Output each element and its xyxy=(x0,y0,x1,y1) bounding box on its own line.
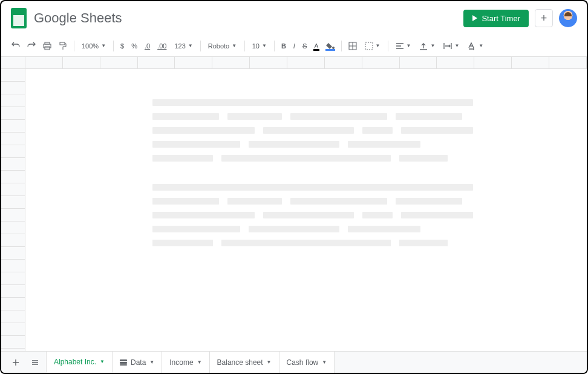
font-select[interactable]: Roboto▼ xyxy=(204,40,241,52)
text-color-button[interactable]: A xyxy=(311,40,321,52)
row-header[interactable] xyxy=(1,145,25,158)
text-wrap-select[interactable]: ▼ xyxy=(440,39,463,53)
caret-down-icon: ▼ xyxy=(376,43,381,48)
row-header[interactable] xyxy=(1,247,25,260)
row-header[interactable] xyxy=(1,94,25,107)
column-header[interactable] xyxy=(175,57,212,68)
column-headers xyxy=(1,57,587,69)
merge-cells-select[interactable]: ▼ xyxy=(361,39,384,53)
decrease-decimals-button[interactable]: .0 xyxy=(142,40,153,52)
paint-icon xyxy=(59,42,67,50)
sheet-tab-label: Alphabet Inc. xyxy=(54,358,96,366)
redo-button[interactable] xyxy=(24,39,39,53)
row-header[interactable] xyxy=(1,82,25,94)
sheet-tab[interactable]: Income▼ xyxy=(162,352,209,373)
row-header[interactable] xyxy=(1,196,25,209)
row-header[interactable] xyxy=(1,183,25,196)
sheet-tab[interactable]: Alphabet Inc.▼ xyxy=(46,352,113,373)
column-header[interactable] xyxy=(63,57,100,68)
row-header[interactable] xyxy=(1,323,25,336)
column-header[interactable] xyxy=(325,57,362,68)
row-header[interactable] xyxy=(1,133,25,145)
row-header[interactable] xyxy=(1,221,25,234)
caret-down-icon: ▼ xyxy=(430,43,435,48)
row-header[interactable] xyxy=(1,107,25,120)
column-header[interactable] xyxy=(437,57,474,68)
sheet-tab-label: Data xyxy=(131,358,146,367)
sheets-logo-icon xyxy=(11,8,27,28)
row-header[interactable] xyxy=(1,234,25,247)
toolbar-separator xyxy=(244,41,245,51)
add-sheet-button[interactable] xyxy=(7,354,24,371)
row-header[interactable] xyxy=(1,260,25,272)
caret-down-icon: ▼ xyxy=(454,43,459,48)
paint-format-button[interactable] xyxy=(56,39,70,53)
column-header[interactable] xyxy=(25,57,63,68)
app-header: Google Sheets Start Timer + xyxy=(1,1,587,35)
sheet-tab-label: Balance sheet xyxy=(217,358,263,367)
caret-down-icon: ▼ xyxy=(100,359,105,364)
row-header[interactable] xyxy=(1,310,25,323)
column-header[interactable] xyxy=(362,57,400,68)
column-header[interactable] xyxy=(474,57,512,68)
percent-button[interactable]: % xyxy=(128,40,140,52)
start-timer-button[interactable]: Start Timer xyxy=(463,10,529,27)
column-header[interactable] xyxy=(138,57,175,68)
sheet-tab[interactable]: Cash flow▼ xyxy=(279,352,335,373)
toolbar-separator xyxy=(341,41,342,51)
user-avatar[interactable] xyxy=(559,9,577,27)
row-header[interactable] xyxy=(1,120,25,133)
sheet-tab[interactable]: Balance sheet▼ xyxy=(210,352,279,373)
row-headers xyxy=(1,69,25,358)
borders-button[interactable] xyxy=(345,39,360,53)
row-header[interactable] xyxy=(1,336,25,349)
sheet-tab[interactable]: Data▼ xyxy=(113,352,162,373)
sheet-tabs-bar: Alphabet Inc.▼Data▼Income▼Balance sheet▼… xyxy=(1,351,587,373)
bold-button[interactable]: B xyxy=(278,40,289,52)
row-header[interactable] xyxy=(1,272,25,285)
toolbar-separator xyxy=(388,41,388,51)
toolbar-separator xyxy=(200,41,201,51)
row-header[interactable] xyxy=(1,171,25,183)
more-formats-select[interactable]: 123▼ xyxy=(171,40,196,52)
horizontal-align-select[interactable]: ▼ xyxy=(392,39,415,53)
menu-icon xyxy=(31,358,39,367)
column-header[interactable] xyxy=(212,57,250,68)
header-actions: Start Timer + xyxy=(463,9,577,27)
caret-down-icon: ▼ xyxy=(267,359,272,365)
fill-color-button[interactable] xyxy=(323,40,338,52)
text-rotation-select[interactable]: ▼ xyxy=(464,39,487,53)
column-header[interactable] xyxy=(512,57,549,68)
row-header[interactable] xyxy=(1,298,25,310)
strikethrough-button[interactable]: S xyxy=(299,40,310,52)
start-timer-label: Start Timer xyxy=(482,14,520,23)
all-sheets-button[interactable] xyxy=(27,354,44,371)
caret-down-icon: ▼ xyxy=(232,43,237,48)
column-header[interactable] xyxy=(549,57,587,68)
logo-area: Google Sheets xyxy=(11,8,122,28)
increase-decimals-button[interactable]: .00 xyxy=(154,40,169,52)
play-icon xyxy=(472,15,478,21)
zoom-select[interactable]: 100%▼ xyxy=(78,40,109,52)
column-header[interactable] xyxy=(287,57,325,68)
row-header[interactable] xyxy=(1,285,25,298)
row-header[interactable] xyxy=(1,158,25,171)
column-header[interactable] xyxy=(400,57,437,68)
row-header[interactable] xyxy=(1,69,25,82)
print-button[interactable] xyxy=(40,39,54,53)
font-size-select[interactable]: 10▼ xyxy=(249,40,270,52)
vertical-align-select[interactable]: ▼ xyxy=(416,39,439,53)
undo-button[interactable] xyxy=(8,39,23,53)
select-all-corner[interactable] xyxy=(1,57,25,68)
toolbar-separator xyxy=(74,41,74,51)
app-title: Google Sheets xyxy=(34,10,122,26)
column-header[interactable] xyxy=(100,57,138,68)
italic-button[interactable]: I xyxy=(290,40,298,52)
spreadsheet-grid[interactable] xyxy=(1,69,587,358)
currency-button[interactable]: $ xyxy=(117,40,127,52)
row-header[interactable] xyxy=(1,209,25,221)
cells-area[interactable] xyxy=(25,69,587,358)
loading-placeholder xyxy=(152,99,473,169)
add-button[interactable]: + xyxy=(535,9,553,27)
column-header[interactable] xyxy=(250,57,287,68)
